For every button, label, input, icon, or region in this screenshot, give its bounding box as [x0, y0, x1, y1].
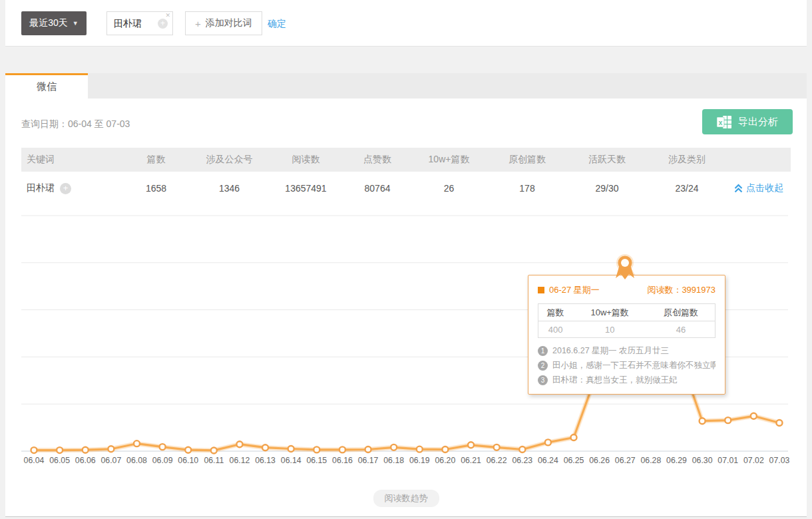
list-item: 1 2016.6.27 星期一 农历五月廿三 [538, 345, 715, 357]
tt-val-articles: 400 [538, 321, 573, 338]
add-compare-word-button[interactable]: + 添加对比词 [185, 11, 262, 35]
export-analysis-button[interactable]: x 导出分析 [702, 109, 793, 134]
articles-cell: 1658 [121, 172, 191, 205]
x-axis-label: 06.05 [49, 456, 70, 465]
date-range-dropdown[interactable]: 最近30天 ▼ [21, 11, 87, 35]
x-axis-label: 06.07 [101, 456, 121, 465]
data-point-marker[interactable] [211, 447, 217, 453]
tab-bar: 微信 [5, 73, 807, 98]
x-axis-label: 06.30 [692, 456, 713, 465]
likes-cell: 80764 [344, 172, 411, 205]
x-axis-label: 06.24 [538, 456, 558, 465]
original-cell: 178 [487, 172, 567, 205]
data-point-marker[interactable] [751, 413, 757, 419]
query-date-text: 查询日期：06-04 至 07-03 [21, 118, 130, 130]
confirm-button[interactable]: 确定 [268, 18, 286, 30]
col-header-action [727, 148, 791, 172]
tooltip-date: 06-27 星期一 [549, 284, 600, 296]
legend-reads-trend[interactable]: 阅读数趋势 [373, 490, 439, 507]
x-axis-label: 06.22 [487, 456, 507, 465]
data-point-marker[interactable] [31, 447, 37, 453]
tooltip-table: 篇数 10w+篇数 原创篇数 400 10 46 [538, 303, 715, 338]
data-point-marker[interactable] [134, 440, 140, 446]
tt-col-100k: 10w+篇数 [572, 304, 647, 321]
x-axis-label: 06.28 [640, 456, 661, 465]
peak-ribbon-icon [614, 254, 636, 281]
data-point-marker[interactable] [339, 446, 345, 452]
close-icon[interactable]: ✕ [165, 13, 170, 19]
data-point-marker[interactable] [185, 447, 191, 453]
add-circle-icon[interactable]: + [60, 183, 71, 194]
chevron-double-up-icon [734, 184, 743, 193]
keyword-input-value: 田朴珺 [114, 18, 142, 30]
report-panel: 查询日期：06-04 至 07-03 x 导出分析 关键词 篇数 [5, 98, 807, 517]
x-axis-label: 06.06 [75, 456, 96, 465]
add-circle-icon[interactable]: + [158, 19, 168, 29]
x-axis-label: 06.04 [24, 456, 45, 465]
keyword-input[interactable]: 田朴珺 + ✕ [106, 11, 173, 35]
data-point-marker[interactable] [391, 444, 397, 450]
add-compare-word-label: 添加对比词 [206, 17, 252, 29]
rank-badge: 2 [538, 361, 548, 371]
tab-wechat[interactable]: 微信 [5, 73, 88, 98]
x-axis-label: 06.15 [306, 456, 327, 465]
collapse-button[interactable]: 点击收起 [734, 182, 783, 194]
col-header-likes: 点赞数 [344, 148, 411, 172]
data-point-marker[interactable] [83, 447, 89, 453]
x-axis-label: 06.08 [126, 456, 147, 465]
chevron-down-icon: ▼ [73, 20, 79, 27]
date-range-label: 最近30天 [29, 17, 68, 29]
data-point-marker[interactable] [725, 417, 731, 423]
x-axis-label: 06.21 [461, 456, 481, 465]
tooltip-reads-value: 阅读数：3991973 [647, 284, 715, 296]
series-color-swatch [538, 287, 544, 293]
x-axis-label: 06.16 [332, 456, 353, 465]
data-point-marker[interactable] [313, 446, 319, 452]
data-point-marker[interactable] [545, 439, 551, 445]
list-item: 2 田小姐，感谢一下王石并不意味着你不独立啊... [538, 360, 715, 371]
reads-cell: 13657491 [268, 172, 344, 205]
data-point-marker[interactable] [57, 447, 63, 453]
data-point-marker[interactable] [494, 444, 500, 450]
x-axis-label: 06.26 [589, 456, 610, 465]
col-header-reads: 阅读数 [268, 148, 344, 172]
data-point-marker[interactable] [468, 442, 474, 448]
col-header-accounts: 涉及公众号 [191, 148, 268, 172]
search-toolbar: 最近30天 ▼ 田朴珺 + ✕ + 添加对比词 确定 [5, 0, 807, 47]
x-axis-label: 06.10 [178, 456, 198, 465]
data-point-marker[interactable] [776, 420, 782, 426]
active-days-cell: 29/30 [567, 172, 647, 205]
tooltip-hot-list: 1 2016.6.27 星期一 农历五月廿三 2 田小姐，感谢一下王石并不意味着… [538, 345, 715, 386]
data-point-marker[interactable] [236, 441, 242, 447]
x-axis-label: 06.17 [358, 456, 379, 465]
x-axis-label: 07.01 [717, 456, 738, 465]
rank-badge: 3 [538, 375, 548, 385]
data-point-marker[interactable] [262, 444, 268, 450]
data-point-marker[interactable] [160, 444, 166, 450]
excel-icon: x [717, 115, 732, 129]
collapse-label: 点击收起 [746, 182, 783, 194]
100k-cell: 26 [411, 172, 487, 205]
x-axis-label: 06.29 [666, 456, 687, 465]
tt-col-original: 原创篇数 [647, 304, 715, 321]
svg-text:x: x [719, 118, 723, 126]
data-point-marker[interactable] [108, 446, 114, 452]
keyword-cell: 田朴珺 + [21, 172, 121, 205]
export-analysis-label: 导出分析 [738, 116, 778, 128]
data-point-marker[interactable] [700, 418, 706, 424]
table-header-row: 关键词 篇数 涉及公众号 阅读数 点赞数 10w+篇数 原创篇数 活跃天数 涉及… [21, 148, 791, 172]
data-point-marker[interactable] [288, 446, 294, 452]
x-axis-label: 06.11 [204, 456, 224, 465]
keyword-text: 田朴珺 [27, 182, 55, 194]
col-header-original: 原创篇数 [487, 148, 567, 172]
x-axis-label: 06.23 [512, 456, 532, 465]
col-header-active-days: 活跃天数 [567, 148, 647, 172]
x-axis-label: 06.19 [409, 456, 430, 465]
tab-wechat-label: 微信 [37, 81, 57, 93]
data-point-marker[interactable] [417, 446, 423, 452]
data-point-marker[interactable] [365, 446, 371, 452]
data-point-marker[interactable] [442, 446, 448, 452]
data-point-marker[interactable] [519, 446, 525, 452]
tt-col-articles: 篇数 [538, 304, 573, 321]
data-point-marker[interactable] [571, 434, 577, 440]
